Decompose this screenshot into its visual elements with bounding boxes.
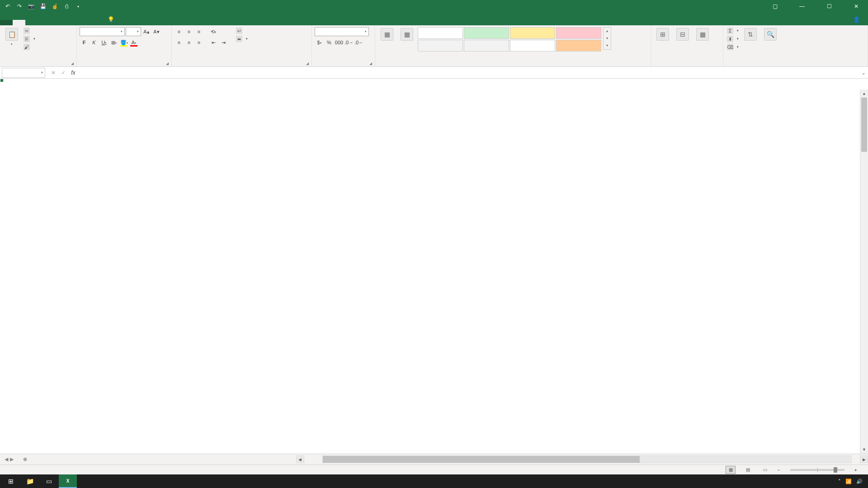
align-center-button[interactable]: ≡ [184, 38, 193, 47]
fill-color-button[interactable]: 🪣▾ [119, 38, 128, 47]
scroll-down-icon[interactable]: ▼ [860, 446, 868, 454]
cut-button[interactable]: ✂ [23, 27, 36, 34]
hscroll-left-icon[interactable]: ◀ [296, 455, 304, 463]
delete-cells-button[interactable]: ⊟ [674, 27, 692, 42]
horizontal-scrollbar[interactable] [322, 455, 852, 463]
undo-icon[interactable]: ↶ [4, 2, 12, 10]
percent-button[interactable]: % [325, 38, 334, 47]
tab-daten[interactable] [63, 20, 76, 25]
view-pagelayout-button[interactable]: ▤ [743, 466, 753, 474]
tab-formeln[interactable] [51, 20, 63, 25]
border-button[interactable]: ⊞▾ [109, 38, 118, 47]
qat-customize-icon[interactable]: ▾ [74, 2, 82, 10]
zoom-in-button[interactable]: + [854, 467, 857, 473]
start-button[interactable]: ⊞ [2, 474, 20, 488]
increase-indent-button[interactable]: ⇥ [219, 38, 228, 47]
autosum-button[interactable]: Σ ▾ [726, 27, 740, 34]
currency-button[interactable]: $▾ [315, 38, 324, 47]
redo-icon[interactable]: ↷ [15, 2, 24, 10]
tab-start[interactable] [13, 20, 25, 25]
style-eingabe[interactable] [556, 40, 601, 52]
tray-chevron-icon[interactable]: ˄ [838, 479, 841, 484]
zoom-out-button[interactable]: − [777, 467, 780, 473]
tab-ueberpruefen[interactable] [76, 20, 89, 25]
style-besucht[interactable] [510, 40, 555, 52]
fx-icon[interactable]: fx [69, 70, 78, 76]
shrink-font-button[interactable]: A▾ [152, 27, 161, 36]
camera-icon[interactable]: 📷 [27, 2, 35, 10]
sheet-nav-last-icon[interactable]: ▶ [10, 456, 14, 462]
maximize-button[interactable]: ☐ [819, 0, 839, 13]
conditional-formatting-button[interactable]: ▦ [378, 27, 396, 42]
expand-formula-bar-icon[interactable]: ⌄ [859, 70, 868, 76]
dialog-launcher-icon[interactable]: ◢ [369, 61, 372, 66]
scroll-thumb[interactable] [861, 98, 867, 152]
tab-ansicht[interactable] [89, 20, 101, 25]
align-left-button[interactable]: ≡ [175, 38, 184, 47]
clear-button[interactable]: ⌫ ▾ [726, 43, 740, 51]
tab-suchen[interactable]: 💡 [101, 14, 123, 25]
file-explorer-button[interactable]: 📁 [21, 474, 39, 488]
add-sheet-button[interactable]: ⊕ [18, 454, 32, 465]
save-icon[interactable]: 💾 [39, 2, 47, 10]
cancel-formula-icon[interactable]: ✕ [49, 70, 58, 76]
worksheet-grid[interactable]: ▲ ▼ [0, 79, 868, 454]
zoom-slider[interactable] [790, 469, 844, 471]
italic-button[interactable]: K [90, 38, 99, 47]
styles-scroll[interactable]: ▴▾▾ [603, 27, 611, 50]
insert-cells-button[interactable]: ⊞ [654, 27, 672, 42]
app-button[interactable]: ▭ [40, 474, 58, 488]
sheet-nav-first-icon[interactable]: ◀ [5, 456, 8, 462]
merge-center-button[interactable]: ⬌ ▾ [235, 35, 249, 42]
close-button[interactable]: ✕ [846, 0, 866, 13]
wrap-text-button[interactable]: ↩ [235, 27, 249, 34]
increase-decimal-button[interactable]: .0→ [344, 38, 354, 47]
share-button[interactable]: 👤 [847, 14, 868, 25]
hscroll-right-icon[interactable]: ▶ [860, 455, 868, 463]
sort-filter-button[interactable]: ⇅ [741, 27, 760, 42]
scroll-up-icon[interactable]: ▲ [860, 89, 868, 98]
system-tray[interactable]: ˄ 📶 🔊 [835, 479, 866, 484]
tab-seitenlayout[interactable] [38, 20, 51, 25]
ribbon-display-icon[interactable]: ▢ [765, 0, 785, 13]
font-size-select[interactable]: ▾ [126, 27, 141, 36]
style-neutral[interactable] [510, 27, 555, 39]
style-ausgabe[interactable] [418, 40, 463, 52]
enter-formula-icon[interactable]: ✓ [59, 70, 68, 76]
align-top-button[interactable]: ≡ [175, 27, 184, 36]
tray-network-icon[interactable]: 📶 [845, 479, 852, 484]
bold-button[interactable]: F [80, 38, 89, 47]
hscroll-thumb[interactable] [323, 456, 640, 463]
underline-button[interactable]: U▾ [99, 38, 108, 47]
quickprint-icon[interactable]: ⎙ [62, 2, 71, 10]
tray-volume-icon[interactable]: 🔊 [856, 479, 863, 484]
align-middle-button[interactable]: ≡ [184, 27, 193, 36]
style-gut[interactable] [464, 27, 509, 39]
touch-mode-icon[interactable]: ☝ [51, 2, 59, 10]
cell-styles-gallery[interactable] [418, 27, 601, 52]
view-normal-button[interactable]: ▦ [726, 466, 736, 474]
align-bottom-button[interactable]: ≡ [194, 27, 203, 36]
tab-datei[interactable] [0, 20, 13, 25]
copy-button[interactable]: ⎘ ▾ [23, 35, 36, 42]
dialog-launcher-icon[interactable]: ◢ [306, 61, 309, 66]
decrease-decimal-button[interactable]: .0← [354, 38, 363, 47]
style-schlecht[interactable] [556, 27, 601, 39]
find-select-button[interactable]: 🔍 [761, 27, 779, 42]
align-right-button[interactable]: ≡ [194, 38, 203, 47]
decrease-indent-button[interactable]: ⇤ [209, 38, 218, 47]
dialog-launcher-icon[interactable]: ◢ [71, 61, 74, 66]
format-cells-button[interactable]: ▦ [693, 27, 712, 42]
format-as-table-button[interactable]: ▦ [398, 27, 416, 42]
style-standard[interactable] [418, 27, 463, 39]
number-format-select[interactable]: ▾ [315, 27, 369, 36]
font-name-select[interactable]: ▾ [80, 27, 125, 36]
grow-font-button[interactable]: A▴ [142, 27, 151, 36]
view-pagebreak-button[interactable]: ▭ [760, 466, 770, 474]
dialog-launcher-icon[interactable]: ◢ [166, 61, 169, 66]
excel-taskbar-button[interactable]: X [59, 474, 77, 488]
font-color-button[interactable]: A▾ [129, 38, 138, 47]
minimize-button[interactable]: — [792, 0, 812, 13]
format-painter-button[interactable]: 🖌 [23, 43, 36, 51]
tab-einfuegen[interactable] [25, 20, 38, 25]
